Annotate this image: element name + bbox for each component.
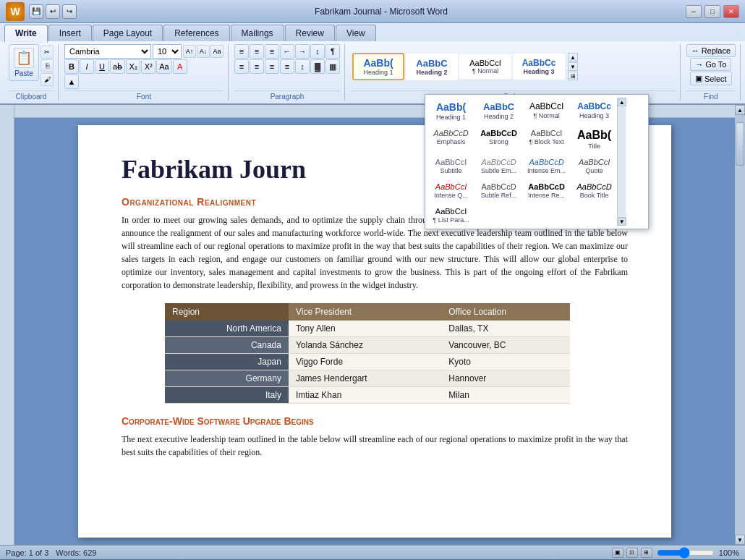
dd-listpara-item[interactable]: AaBbCcI ¶ List Para...: [428, 203, 474, 226]
sort-button[interactable]: ↕: [310, 44, 325, 59]
scroll-up-arrow[interactable]: ▲: [735, 105, 745, 115]
line-spacing-button[interactable]: ↕: [295, 59, 310, 74]
dd-intenseem-preview: AaBbCcD: [527, 158, 566, 166]
align-center-button[interactable]: ≡: [250, 59, 264, 74]
justify-button[interactable]: ≡: [280, 59, 294, 74]
tab-write[interactable]: Write: [4, 25, 48, 43]
shading-button[interactable]: ▓: [310, 59, 325, 74]
clear-format-button[interactable]: Aa: [156, 59, 171, 74]
strikethrough-button[interactable]: ab̶: [110, 59, 125, 74]
scroll-down-arrow[interactable]: ▼: [735, 535, 745, 545]
dd-scroll-up[interactable]: ▲: [618, 98, 626, 106]
font-size-increase-button[interactable]: A↑: [183, 45, 196, 58]
dd-quote-preview: AaBbCcI: [575, 158, 613, 166]
font-color-button[interactable]: A: [173, 59, 187, 74]
web-layout-icon[interactable]: ⊞: [641, 548, 652, 558]
increase-indent-button[interactable]: →: [295, 44, 310, 59]
status-view-icons: ▣ ⊡ ⊞: [612, 548, 652, 558]
redo-button[interactable]: ↪: [62, 4, 77, 19]
zoom-slider[interactable]: [657, 549, 715, 556]
dd-heading3-item[interactable]: AaBbCc Heading 3: [571, 98, 617, 123]
dd-scroll-down[interactable]: ▼: [618, 217, 626, 226]
font-size-select[interactable]: 10: [153, 44, 182, 59]
replace-button[interactable]: ↔ Replace: [686, 44, 736, 57]
align-left-button[interactable]: ≡: [234, 59, 249, 74]
italic-button[interactable]: I: [80, 59, 94, 74]
dd-intenseem-item[interactable]: AaBbCcD Intense Em...: [524, 154, 569, 177]
style-heading3[interactable]: AaBbCc Heading 3: [513, 54, 565, 80]
dd-heading2-item[interactable]: AaBbC Heading 2: [476, 98, 522, 123]
copy-button[interactable]: ⎘: [41, 59, 54, 72]
font-group-content: Cambria 10 A↑ A↓ Aa B I U ab̶: [64, 44, 224, 89]
dd-emphasis-item[interactable]: AaBbCcD Emphasis: [428, 125, 474, 152]
dd-booktitle-item[interactable]: AaBbCcD Book Title: [571, 179, 617, 201]
multilevel-list-button[interactable]: ≡: [265, 44, 279, 59]
decrease-indent-button[interactable]: ←: [280, 44, 294, 59]
align-right-button[interactable]: ≡: [265, 59, 279, 74]
gallery-scroll-down[interactable]: ▼: [568, 62, 578, 71]
table-header-vp: Vice President: [289, 303, 441, 321]
dd-blocktext-preview: AaBbCcI: [527, 129, 566, 137]
undo-button[interactable]: ↩: [46, 4, 60, 19]
style-heading2[interactable]: AaBbC Heading 2: [406, 54, 458, 80]
format-painter-button[interactable]: 🖌: [41, 73, 54, 86]
styles-dd-scrollbar: ▲ ▼: [617, 98, 626, 226]
close-button[interactable]: ✕: [723, 5, 739, 18]
tab-insert[interactable]: Insert: [48, 25, 92, 41]
table-cell-vp: Viggo Forde: [289, 354, 441, 370]
gallery-expand[interactable]: ⊞: [568, 72, 578, 80]
dd-normal-item[interactable]: AaBbCcI ¶ Normal: [524, 98, 569, 123]
save-button[interactable]: 💾: [29, 4, 43, 19]
font-family-select[interactable]: Cambria: [64, 44, 151, 59]
dd-strong-item[interactable]: AaBbCcD Strong: [476, 125, 522, 152]
ruler-left: [0, 105, 14, 545]
gallery-scroll: ▲ ▼ ⊞: [568, 53, 578, 80]
full-screen-icon[interactable]: ⊡: [626, 548, 638, 558]
dd-emphasis-label: Emphasis: [432, 138, 470, 145]
bold-button[interactable]: B: [64, 59, 79, 74]
tab-page-layout[interactable]: Page Layout: [93, 25, 163, 41]
heading2-preview: AaBbC: [413, 58, 451, 69]
subscript-button[interactable]: X₂: [126, 59, 140, 74]
maximize-button[interactable]: □: [704, 5, 720, 18]
dd-subtitle-item[interactable]: AaBbCcI Subtitle: [428, 154, 474, 177]
tab-review[interactable]: Review: [285, 25, 335, 41]
minimize-button[interactable]: ─: [686, 5, 702, 18]
change-case-button[interactable]: Aa: [210, 45, 224, 58]
numbering-button[interactable]: ≡: [250, 44, 264, 59]
table-cell-office: Dallas, TX: [441, 321, 570, 337]
print-layout-icon[interactable]: ▣: [612, 548, 623, 558]
gallery-scroll-up[interactable]: ▲: [568, 53, 578, 61]
dd-intenseq-item[interactable]: AaBbCcI Intense Q...: [428, 179, 474, 201]
normal-label: ¶ Normal: [467, 67, 504, 75]
dd-intensere-item[interactable]: AaBbCcD Intense Re...: [524, 179, 569, 201]
show-marks-button[interactable]: ¶: [325, 44, 340, 59]
clipboard-mini-buttons: ✂ ⎘ 🖌: [41, 44, 54, 86]
superscript-button[interactable]: X²: [141, 59, 156, 74]
tab-references[interactable]: References: [163, 25, 229, 41]
dd-subtleref-item[interactable]: AaBbCcD Subtle Ref...: [476, 179, 522, 201]
tab-mailings[interactable]: Mailings: [231, 25, 284, 41]
dd-subtleem-item[interactable]: AaBbCcD Subtle Em...: [476, 154, 522, 177]
select-button[interactable]: ▣ Select: [690, 72, 732, 85]
bullets-button[interactable]: ≡: [234, 44, 249, 59]
highlight-button[interactable]: ▲: [64, 75, 79, 89]
dd-blocktext-item[interactable]: AaBbCcI ¶ Block Text: [524, 125, 569, 152]
cut-button[interactable]: ✂: [41, 46, 54, 59]
goto-button[interactable]: → Go To: [690, 58, 731, 71]
style-normal[interactable]: AaBbCcI ¶ Normal: [459, 54, 511, 79]
paste-button[interactable]: 📋 Paste: [9, 44, 39, 81]
dd-title-item[interactable]: AaBb( Title: [571, 125, 617, 152]
dd-quote-item[interactable]: AaBbCcI Quote: [571, 154, 617, 177]
dd-intenseq-label: Intense Q...: [432, 192, 470, 199]
borders-button[interactable]: ▦: [325, 59, 340, 74]
dd-heading1-item[interactable]: AaBb( Heading 1: [428, 98, 474, 123]
tab-view[interactable]: View: [336, 25, 376, 41]
font-size-decrease-button[interactable]: A↓: [197, 45, 210, 58]
dd-intenseq-preview: AaBbCcI: [432, 182, 470, 191]
underline-button[interactable]: U: [95, 59, 109, 74]
dd-listpara-preview: AaBbCcI: [432, 207, 470, 216]
style-heading1[interactable]: AaBb( Heading 1: [352, 53, 404, 80]
scroll-thumb[interactable]: [736, 122, 744, 166]
replace-icon: ↔: [691, 46, 699, 55]
